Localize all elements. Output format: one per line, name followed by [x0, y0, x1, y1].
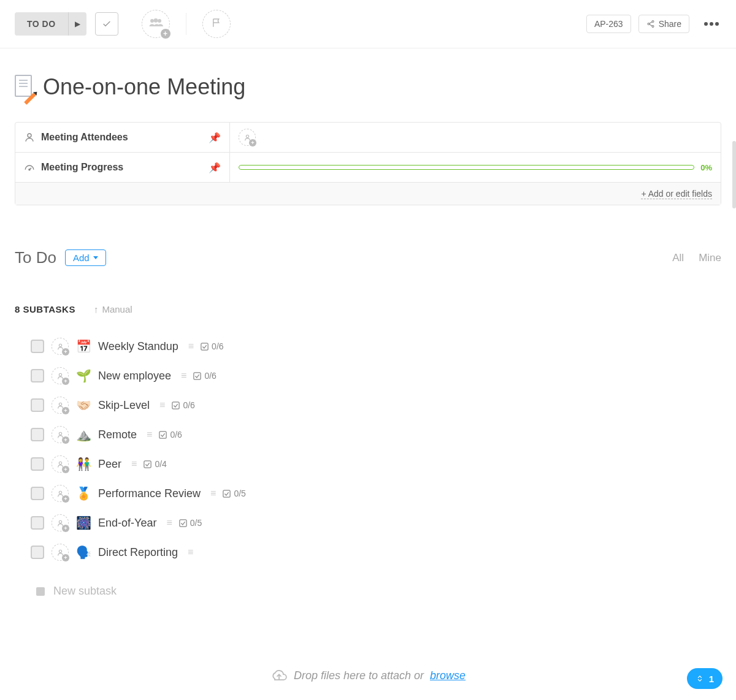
checklist-count: 0/6: [200, 341, 223, 351]
new-subtask-placeholder: New subtask: [53, 585, 117, 598]
check-icon: [102, 19, 112, 29]
task-toolbar: TO DO ▶ + AP-263 Share: [0, 0, 736, 48]
subtask-row[interactable]: + 🎆 End-of-Year ≡ 0/5: [15, 508, 721, 538]
assign-subtask-button[interactable]: +: [52, 397, 69, 414]
subtask-row[interactable]: + 🏅 Performance Review ≡ 0/5: [15, 479, 721, 508]
field-label-text: Meeting Attendees: [41, 132, 128, 143]
drag-handle-icon[interactable]: ≡: [166, 517, 171, 528]
assign-subtask-button[interactable]: +: [52, 485, 69, 502]
drag-handle-icon[interactable]: ≡: [188, 547, 192, 558]
subtask-row[interactable]: + 🌱 New employee ≡ 0/6: [15, 361, 721, 390]
svg-point-12: [59, 344, 61, 346]
expand-pill[interactable]: 1: [687, 668, 723, 689]
plus-icon: +: [62, 466, 69, 473]
subtask-name: Peer: [98, 458, 121, 471]
subtask-emoji: 🌱: [76, 368, 91, 383]
progress-bar[interactable]: [239, 165, 694, 170]
more-menu-button[interactable]: [702, 20, 721, 28]
filter-all[interactable]: All: [672, 252, 684, 264]
subtask-status[interactable]: [31, 369, 44, 382]
svg-point-14: [59, 373, 61, 376]
dot-icon: [710, 22, 713, 26]
subtask-row[interactable]: + 🤝🏻 Skip-Level ≡ 0/6: [15, 390, 721, 420]
add-edit-fields-link[interactable]: + Add or edit fields: [641, 189, 712, 199]
checklist-count: 0/5: [178, 518, 202, 528]
subtask-status[interactable]: [31, 457, 44, 471]
subtask-name: New employee: [98, 370, 171, 382]
subtask-row[interactable]: + ⛰️ Remote ≡ 0/6: [15, 420, 721, 449]
status-button[interactable]: TO DO ▶: [15, 12, 86, 36]
subtask-emoji: 🤝🏻: [76, 398, 91, 413]
subtask-emoji: ⛰️: [76, 427, 91, 442]
checklist-count: 0/6: [171, 400, 194, 410]
field-value-attendees[interactable]: +: [230, 123, 721, 152]
subtask-row[interactable]: + 👫 Peer ≡ 0/4: [15, 449, 721, 479]
subtask-status[interactable]: [31, 546, 44, 559]
add-subtask-button[interactable]: Add: [65, 249, 106, 266]
svg-rect-19: [159, 431, 166, 438]
plus-icon: +: [62, 525, 69, 532]
checklist-icon: [171, 401, 180, 410]
attachment-dropzone[interactable]: Drop files here to attach or browse: [0, 651, 736, 700]
flag-icon: [211, 17, 222, 31]
plus-icon: +: [62, 495, 69, 503]
assign-subtask-button[interactable]: +: [52, 514, 69, 531]
drag-handle-icon[interactable]: ≡: [147, 429, 151, 440]
arrow-up-icon: ↑: [94, 304, 99, 314]
status-next-icon[interactable]: ▶: [68, 12, 86, 36]
mark-done-button[interactable]: [95, 12, 118, 36]
task-title[interactable]: One-on-one Meeting: [43, 74, 245, 100]
svg-rect-17: [172, 401, 179, 408]
checklist-icon: [222, 489, 231, 498]
task-id-pill[interactable]: AP-263: [586, 15, 631, 33]
new-subtask-input[interactable]: New subtask: [15, 574, 721, 608]
sort-option[interactable]: ↑ Manual: [94, 304, 132, 314]
assign-subtask-button[interactable]: +: [52, 455, 69, 473]
checklist-count-text: 0/6: [170, 430, 182, 439]
svg-rect-21: [144, 460, 151, 467]
svg-point-24: [59, 520, 61, 523]
assign-subtask-button[interactable]: +: [52, 338, 69, 355]
add-watchers-button[interactable]: +: [142, 10, 170, 38]
filter-mine[interactable]: Mine: [699, 252, 721, 264]
plus-icon: +: [62, 436, 69, 444]
field-row-progress: Meeting Progress 📌 0%: [15, 153, 721, 183]
subtask-status[interactable]: [31, 428, 44, 441]
drag-handle-icon[interactable]: ≡: [181, 370, 185, 381]
assign-subtask-button[interactable]: +: [52, 426, 69, 443]
plus-icon: +: [249, 139, 256, 146]
priority-button[interactable]: [202, 10, 231, 38]
subtask-status[interactable]: [31, 340, 44, 353]
subtask-row[interactable]: + 🗣️ Direct Reporting ≡: [15, 538, 721, 567]
checklist-count-text: 0/6: [183, 400, 194, 410]
subtask-status[interactable]: [31, 487, 44, 500]
drag-handle-icon[interactable]: ≡: [159, 400, 164, 411]
scrollbar[interactable]: [732, 141, 736, 208]
checklist-icon: [143, 460, 152, 469]
assign-subtask-button[interactable]: +: [52, 367, 69, 384]
subtask-status[interactable]: [31, 516, 44, 530]
checklist-count: 0/6: [193, 371, 216, 381]
field-label-text: Meeting Progress: [41, 162, 123, 173]
dot-icon: [715, 22, 719, 26]
share-icon: [646, 20, 655, 28]
field-value-progress[interactable]: 0%: [230, 153, 721, 182]
browse-link[interactable]: browse: [430, 669, 466, 682]
pin-icon[interactable]: 📌: [209, 132, 221, 143]
fields-footer: + Add or edit fields: [15, 183, 721, 205]
add-attendee-button[interactable]: +: [239, 129, 256, 146]
assign-subtask-button[interactable]: +: [52, 544, 69, 561]
cloud-upload-icon: [270, 669, 288, 682]
pin-icon[interactable]: 📌: [209, 162, 221, 173]
subtask-row[interactable]: + 📅 Weekly Standup ≡ 0/6: [15, 332, 721, 361]
chevron-down-icon: [93, 256, 98, 259]
drag-handle-icon[interactable]: ≡: [188, 341, 193, 352]
svg-point-9: [246, 135, 248, 137]
svg-point-26: [59, 550, 61, 552]
subtask-status[interactable]: [31, 398, 44, 412]
drag-handle-icon[interactable]: ≡: [131, 458, 136, 470]
drag-handle-icon[interactable]: ≡: [210, 488, 215, 499]
svg-rect-23: [223, 490, 230, 496]
share-button[interactable]: Share: [638, 15, 689, 33]
checklist-count-text: 0/6: [204, 371, 216, 381]
